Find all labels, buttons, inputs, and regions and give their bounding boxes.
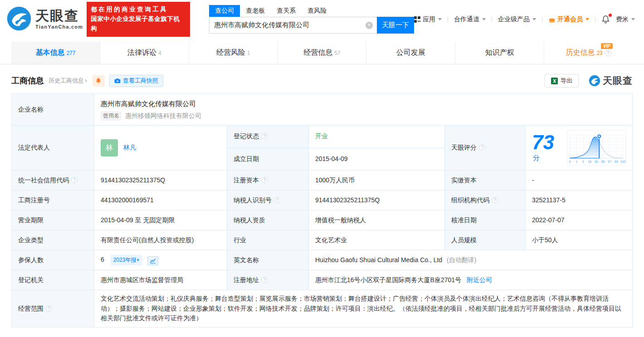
tab-company-development[interactable]: 公司发展 [366, 42, 455, 64]
tab-history-info[interactable]: VIP 历史信息 23 [544, 42, 633, 64]
help-icon[interactable] [261, 133, 268, 139]
help-icon[interactable] [261, 177, 268, 183]
help-icon[interactable] [71, 177, 78, 183]
field-label: 企业名称 [12, 94, 94, 126]
menu-apps[interactable]: 应用 [414, 15, 442, 24]
tab-legal-proceedings[interactable]: 法律诉讼 4 [100, 42, 189, 64]
slogan-line1: 都在用的商业查询工具 [91, 5, 186, 15]
approval-date-cell: 2022-07-07 [526, 210, 633, 230]
reg-address: 惠州市江北16号小区双子星国际商务大厦B座2701号 [315, 276, 461, 283]
history-business-info-link[interactable]: 历史工商信息 [49, 77, 87, 85]
svg-text:85: 85 [601, 160, 605, 163]
reg-address-cell: 惠州市江北16号小区双子星国际商务大厦B座2701号 附近公司 [309, 270, 633, 290]
reg-capital-cell: 1000万人民币 [309, 171, 445, 190]
tab-label: 知识产权 [485, 48, 514, 58]
tab-label: 经营风险 [216, 48, 245, 58]
establish-date-cell: 2015-04-09 [309, 148, 445, 171]
tab-intellectual-property[interactable]: 知识产权 [455, 42, 544, 64]
score-value: 73 [532, 131, 554, 153]
menu-enterprise[interactable]: 企业级产品 [498, 15, 536, 24]
chevron-down-icon [585, 18, 589, 20]
help-icon[interactable] [492, 197, 498, 203]
field-label: 登记状态 [227, 126, 309, 148]
table-row: 经营范围 文化艺术交流活动策划；礼仪庆典服务；舞台造型策划；展览展示服务；市场营… [12, 290, 633, 327]
reg-number-cell: 441302000169571 [94, 190, 227, 210]
business-info-table: 企业名称 惠州市高赋帅文化传媒有限公司 曾用名 惠州移领网络科技有限公司 法定代… [11, 93, 633, 327]
tab-count: 23 [596, 50, 602, 56]
insured-trend-chart-icon[interactable] [147, 256, 158, 265]
auto-translate-note: (自动翻译) [447, 256, 476, 264]
help-icon[interactable] [274, 197, 280, 203]
watermark-logo: 天眼查 [589, 74, 633, 87]
tab-basic-info[interactable]: 基本信息 277 [11, 42, 100, 64]
view-snapshot-button[interactable]: 查看工商快照 [109, 75, 163, 87]
search-block: 查公司 查老板 查关系 查风险 天眼一下 [209, 5, 414, 34]
help-icon[interactable] [605, 50, 611, 56]
notifications-bell[interactable] [601, 15, 610, 24]
help-icon[interactable] [479, 144, 485, 151]
search-tab-relation[interactable]: 查关系 [271, 5, 302, 17]
clear-search-icon[interactable] [366, 22, 373, 29]
table-row: 工商注册号 441302000169571 纳税人识别号 91441302325… [12, 190, 633, 210]
reg-status-cell: 开业 [309, 126, 445, 148]
section-title: 工商信息 [11, 75, 44, 86]
tab-operation-info[interactable]: 经营信息 57 [278, 42, 366, 64]
nearby-companies-link[interactable]: 附近公司 [467, 276, 492, 283]
search-tab-risk[interactable]: 查风险 [302, 5, 332, 17]
tab-count: 1 [247, 50, 250, 56]
field-label: 英文名称 [227, 250, 309, 270]
legal-rep-avatar[interactable]: 林 [101, 139, 118, 156]
search-tab-boss[interactable]: 查老板 [240, 5, 271, 17]
search-tab-company[interactable]: 查公司 [209, 5, 240, 17]
annual-report-badge[interactable]: 2023年报 [111, 255, 142, 265]
chevron-down-icon [438, 18, 442, 20]
tianyancha-logo[interactable]: 天眼查 TianYanCha.com [6, 6, 83, 33]
field-label: 核准日期 [445, 210, 526, 230]
divider [448, 16, 448, 23]
business-info-section-header: 工商信息 历史工商信息 查看工商快照 导出 [11, 74, 633, 88]
industry-cell: 文化艺术业 [309, 230, 445, 250]
search-input-wrap [209, 17, 377, 34]
tab-label: 历史信息 [566, 48, 595, 58]
help-icon[interactable] [261, 277, 268, 283]
logo-cn-text: 天眼查 [35, 9, 83, 23]
export-button[interactable]: 导出 [545, 74, 579, 88]
table-row: 参保人数 6 2023年报 英文名称 Huizhou Gaofu Shuai C… [12, 250, 633, 270]
table-row: 统一社会信用代码 91441302325211375Q 注册资本 1000万人民… [12, 171, 633, 190]
svg-text:15: 15 [588, 160, 592, 163]
menu-vip[interactable]: 开通会员 [548, 15, 589, 24]
org-code-cell: 32521137-5 [526, 190, 633, 210]
legal-rep-cell: 林 林凡 [94, 126, 227, 171]
monitor-bell-button[interactable] [93, 75, 105, 87]
chevron-down-icon [631, 18, 635, 20]
slogan-line2: 国家中小企业发展子基金旗下机构 [91, 15, 186, 34]
score-distribution-chart[interactable]: 01 315 5085 9799 100 [567, 130, 626, 166]
menu-user[interactable]: 费米 [616, 15, 635, 24]
score-unit: 分 [533, 154, 540, 161]
help-icon[interactable] [46, 305, 52, 312]
field-label: 行业 [227, 230, 309, 250]
tab-label: 公司发展 [396, 48, 425, 58]
uscc-cell: 91441302325211375Q [94, 171, 227, 190]
tab-label: 法律诉讼 [127, 48, 156, 58]
legal-rep-link[interactable]: 林凡 [123, 143, 136, 153]
company-type-cell: 有限责任公司(自然人投资或控股) [94, 230, 227, 250]
watermark-text: 天眼查 [603, 74, 633, 87]
tab-operation-risk[interactable]: 经营风险 1 [189, 42, 278, 64]
tab-count: 57 [334, 50, 340, 56]
former-name: 惠州移领网络科技有限公司 [125, 111, 201, 121]
former-name-badge: 曾用名 [101, 111, 122, 121]
svg-text:100: 100 [620, 160, 626, 163]
tianyancha-logo-icon [6, 6, 32, 33]
field-label: 注册地址 [227, 270, 309, 290]
search-button[interactable]: 天眼一下 [377, 17, 414, 34]
search-input[interactable] [214, 21, 362, 29]
apps-grid-icon [414, 16, 420, 23]
history-link-label: 历史工商信息 [49, 77, 84, 84]
field-label: 统一社会信用代码 [12, 171, 94, 190]
field-label: 法定代表人 [12, 126, 94, 171]
camera-icon [114, 78, 121, 83]
menu-cooperation[interactable]: 合作通道 [454, 15, 486, 24]
chevron-right-icon [85, 77, 87, 84]
table-row: 企业类型 有限责任公司(自然人投资或控股) 行业 文化艺术业 人员规模 小于50… [12, 230, 633, 250]
